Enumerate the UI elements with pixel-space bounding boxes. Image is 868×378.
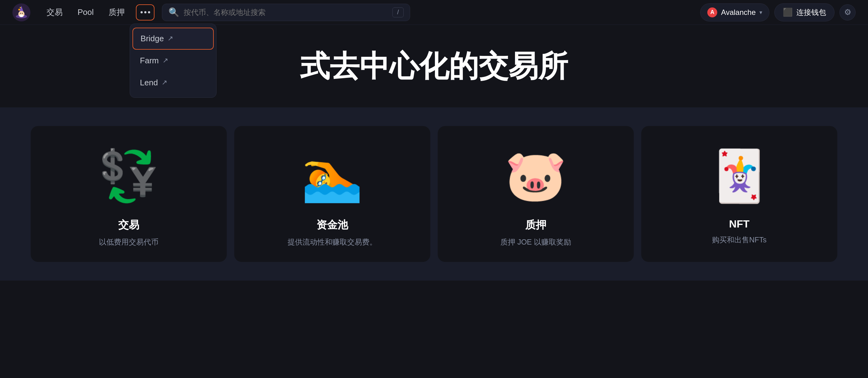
settings-icon: ⚙: [844, 7, 851, 17]
more-dots-icon: [141, 11, 150, 13]
card-title-nft: NFT: [729, 218, 749, 230]
card-desc-nft: 购买和出售NFTs: [712, 235, 767, 245]
external-link-icon-bridge: ↗: [167, 34, 173, 42]
cards-grid: 💱 交易 以低费用交易代币 🏊 资金池 提供流动性和赚取交易费。 🐷 质押 质押…: [31, 126, 837, 262]
card-pool[interactable]: 🏊 资金池 提供流动性和赚取交易费。: [234, 126, 430, 262]
dropdown-item-farm[interactable]: Farm ↗: [130, 50, 216, 72]
card-emoji-nft: 🃏: [708, 138, 770, 213]
more-button[interactable]: [136, 4, 154, 21]
network-selector[interactable]: A Avalanche ▾: [700, 3, 769, 22]
chevron-down-icon: ▾: [760, 9, 762, 16]
settings-button[interactable]: ⚙: [839, 4, 856, 21]
nav-stake[interactable]: 质押: [102, 4, 131, 21]
more-menu-wrapper: Bridge ↗ Farm ↗ Lend ↗: [133, 4, 154, 21]
nav-pool[interactable]: Pool: [71, 4, 100, 20]
card-title-pool: 资金池: [316, 218, 348, 232]
dot-1: [141, 11, 143, 13]
card-desc-stake: 质押 JOE 以赚取奖励: [500, 237, 571, 247]
cards-section: 💱 交易 以低费用交易代币 🏊 资金池 提供流动性和赚取交易费。 🐷 质押 质押…: [0, 107, 868, 281]
svg-point-6: [22, 13, 23, 13]
farm-label: Farm: [140, 56, 159, 65]
external-link-icon-farm: ↗: [162, 57, 168, 64]
connect-wallet-button[interactable]: ⬛ 连接钱包: [774, 3, 835, 22]
card-nft[interactable]: 🃏 NFT 购买和出售NFTs: [641, 126, 837, 262]
lend-label: Lend: [140, 78, 158, 88]
card-emoji-pool: 🏊: [301, 138, 363, 213]
svg-text:★: ★: [19, 6, 22, 9]
card-title-stake: 质押: [525, 218, 546, 232]
card-desc-trade: 以低费用交易代币: [99, 237, 158, 247]
svg-point-5: [20, 13, 21, 13]
search-bar: 🔍 /: [162, 4, 410, 21]
search-slash-badge: /: [393, 7, 404, 18]
dropdown-item-bridge[interactable]: Bridge ↗: [132, 28, 214, 50]
connect-wallet-label: 连接钱包: [796, 7, 826, 18]
navbar: ★ 交易 Pool 质押 Bridge ↗: [0, 0, 868, 25]
card-desc-pool: 提供流动性和赚取交易费。: [287, 237, 377, 247]
avalanche-icon: A: [707, 7, 717, 18]
dropdown-item-lend[interactable]: Lend ↗: [130, 72, 216, 94]
dot-2: [144, 11, 147, 13]
card-stake[interactable]: 🐷 质押 质押 JOE 以赚取奖励: [438, 126, 634, 262]
bridge-label: Bridge: [141, 34, 164, 43]
nav-right: A Avalanche ▾ ⬛ 连接钱包 ⚙: [700, 3, 856, 22]
external-link-icon-lend: ↗: [162, 79, 167, 87]
card-emoji-trade: 💱: [98, 138, 160, 213]
nav-trade[interactable]: 交易: [40, 4, 69, 21]
wallet-icon: ⬛: [783, 7, 793, 17]
nav-links: 交易 Pool 质押 Bridge ↗ Farm: [40, 4, 154, 21]
logo[interactable]: ★: [12, 3, 30, 22]
svg-point-7: [19, 14, 24, 17]
search-icon: 🔍: [168, 7, 179, 18]
card-emoji-stake: 🐷: [505, 138, 567, 213]
more-dropdown-menu: Bridge ↗ Farm ↗ Lend ↗: [130, 24, 217, 98]
network-name: Avalanche: [721, 8, 756, 17]
dot-3: [148, 11, 150, 13]
card-title-trade: 交易: [118, 218, 139, 232]
hero-title: 式去中心化的交易所: [300, 50, 568, 83]
search-input[interactable]: [184, 8, 393, 17]
card-trade[interactable]: 💱 交易 以低费用交易代币: [31, 126, 227, 262]
